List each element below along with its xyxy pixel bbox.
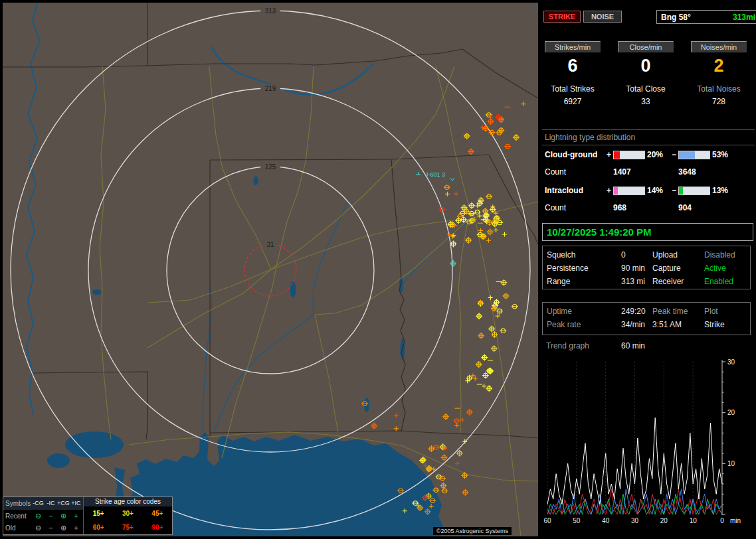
strike-mode-button[interactable]: STRIKE bbox=[543, 11, 581, 23]
distribution-type: Cloud-ground bbox=[545, 150, 597, 159]
svg-text:30: 30 bbox=[631, 517, 639, 524]
svg-text:30: 30 bbox=[727, 358, 735, 366]
distribution-row: Cloud-ground+20%−53%Count14073648 bbox=[541, 147, 756, 183]
legend-age-header: Strike age color codes bbox=[84, 497, 172, 506]
settings-box: Squelch0UploadDisabledPersistence90 minC… bbox=[542, 246, 751, 289]
setting-cell: 313 mi bbox=[621, 277, 652, 286]
setting-cell: Range bbox=[547, 277, 621, 286]
map-legend: Symbols-CG-IC+CG+ICRecent⊖−⊕+Old⊖−⊕+Stri… bbox=[3, 497, 173, 535]
stat-cell: Uptime bbox=[547, 307, 621, 316]
count-label: Count bbox=[545, 203, 566, 212]
svg-text:31: 31 bbox=[266, 241, 274, 248]
svg-text:60: 60 bbox=[543, 517, 551, 524]
age-code: 90+ bbox=[151, 524, 163, 531]
legend-symbol: ⊕ bbox=[57, 512, 70, 520]
trend-graph-label: Trend graph bbox=[546, 341, 589, 350]
distribution-row: Intracloud+14%−13%Count968904 bbox=[541, 183, 756, 219]
bearing-range: 313mi bbox=[733, 13, 755, 22]
stats-box: Uptime249:20Peak timePlotPeak rate34/min… bbox=[542, 302, 751, 335]
svg-text:0: 0 bbox=[720, 517, 724, 524]
plus-sign: + bbox=[607, 150, 611, 159]
total-value: 6927 bbox=[545, 97, 601, 106]
setting-cell: Squelch bbox=[547, 250, 621, 260]
app-window: 31125219313 J-601 3 Symbols-CG-IC+CG+ICR… bbox=[0, 0, 756, 539]
positive-percent: 14% bbox=[647, 186, 663, 195]
noise-mode-button[interactable]: NOISE bbox=[583, 11, 622, 23]
legend-symbol: − bbox=[45, 524, 57, 532]
stat-cell: 34/min bbox=[621, 320, 652, 329]
negative-bar bbox=[678, 187, 710, 195]
legend-symbol-col: -CG bbox=[32, 500, 45, 507]
stat-cell: Plot bbox=[704, 307, 750, 316]
total-label: Total Strikes bbox=[545, 84, 601, 94]
rate-header-button[interactable]: Close/min bbox=[618, 41, 674, 52]
minus-sign: − bbox=[672, 150, 676, 159]
svg-text:min: min bbox=[730, 517, 741, 524]
setting-cell: Receiver bbox=[652, 277, 704, 286]
legend-row-label: Recent bbox=[3, 512, 32, 520]
positive-percent: 20% bbox=[647, 150, 663, 159]
legend-symbol: ⊕ bbox=[57, 524, 70, 532]
range-ring-labels: 31125219313 bbox=[260, 7, 280, 248]
negative-percent: 53% bbox=[712, 150, 728, 159]
plus-sign: + bbox=[607, 186, 611, 195]
setting-cell: Active bbox=[704, 264, 750, 273]
legend-symbol: + bbox=[70, 512, 82, 520]
svg-text:20: 20 bbox=[727, 409, 735, 416]
age-code: 15+ bbox=[93, 510, 104, 517]
legend-symbol: + bbox=[70, 524, 82, 532]
svg-text:10: 10 bbox=[727, 460, 735, 467]
total-label: Total Close bbox=[618, 84, 674, 94]
negative-count: 3648 bbox=[678, 167, 696, 177]
count-label: Count bbox=[545, 167, 566, 177]
svg-text:125: 125 bbox=[265, 163, 276, 171]
legend-symbol: ⊖ bbox=[32, 524, 45, 532]
svg-text:40: 40 bbox=[602, 517, 610, 524]
svg-text:20: 20 bbox=[660, 517, 668, 524]
datetime-display: 10/27/2025 1:49:20 PM bbox=[542, 223, 753, 241]
negative-count: 904 bbox=[678, 203, 692, 212]
trend-graph-row: Trend graph 60 min bbox=[546, 341, 745, 350]
water-bodies bbox=[47, 176, 443, 536]
svg-text:50: 50 bbox=[573, 517, 581, 524]
positive-count: 968 bbox=[613, 203, 626, 212]
setting-cell: Persistence bbox=[547, 264, 621, 273]
total-label: Total Noises bbox=[691, 84, 747, 94]
negative-percent: 13% bbox=[712, 186, 728, 195]
legend-symbol-col: +IC bbox=[70, 500, 82, 507]
setting-cell: 90 min bbox=[621, 264, 652, 273]
rate-header-button[interactable]: Noises/min bbox=[691, 41, 747, 52]
positive-count: 1407 bbox=[613, 167, 631, 177]
legend-symbol: − bbox=[45, 512, 57, 520]
age-code: 45+ bbox=[151, 510, 163, 517]
age-code: 60+ bbox=[93, 524, 104, 531]
minus-sign: − bbox=[672, 186, 676, 195]
setting-cell: Enabled bbox=[704, 277, 750, 286]
map-canvas[interactable]: 31125219313 J-601 3 bbox=[3, 3, 538, 536]
rate-value: 6 bbox=[545, 55, 601, 76]
control-panel: STRIKE NOISE Bng 58° 313mi Strikes/min6T… bbox=[541, 0, 756, 539]
setting-cell: Disabled bbox=[704, 250, 750, 260]
svg-text:313: 313 bbox=[265, 7, 276, 15]
bearing-label: Bng 58° bbox=[661, 13, 691, 22]
rate-value: 0 bbox=[618, 55, 674, 76]
svg-text:J-601 3: J-601 3 bbox=[425, 171, 445, 178]
age-code: 30+ bbox=[122, 510, 134, 517]
separator bbox=[542, 129, 755, 130]
setting-cell: Upload bbox=[652, 250, 704, 260]
total-value: 728 bbox=[691, 97, 747, 106]
total-value: 33 bbox=[618, 97, 674, 106]
lightning-map[interactable]: 31125219313 J-601 3 Symbols-CG-IC+CG+ICR… bbox=[3, 3, 538, 536]
trend-graph: 1020306050403020100min bbox=[542, 356, 753, 538]
legend-symbol: ⊖ bbox=[32, 512, 45, 520]
age-code: 75+ bbox=[122, 524, 134, 531]
rate-column: Close/min0Total Close33 bbox=[618, 41, 674, 106]
stat-cell: 3:51 AM bbox=[652, 320, 704, 329]
positive-bar bbox=[613, 151, 645, 159]
stat-cell: 249:20 bbox=[621, 307, 652, 316]
rate-column: Strikes/min6Total Strikes6927 bbox=[545, 41, 601, 106]
copyright: ©2005 Astrogenic Systems bbox=[433, 527, 512, 535]
distribution-title: Lightning type distribution bbox=[545, 133, 635, 142]
rate-header-button[interactable]: Strikes/min bbox=[545, 41, 601, 52]
trend-graph-window: 60 min bbox=[621, 341, 645, 350]
